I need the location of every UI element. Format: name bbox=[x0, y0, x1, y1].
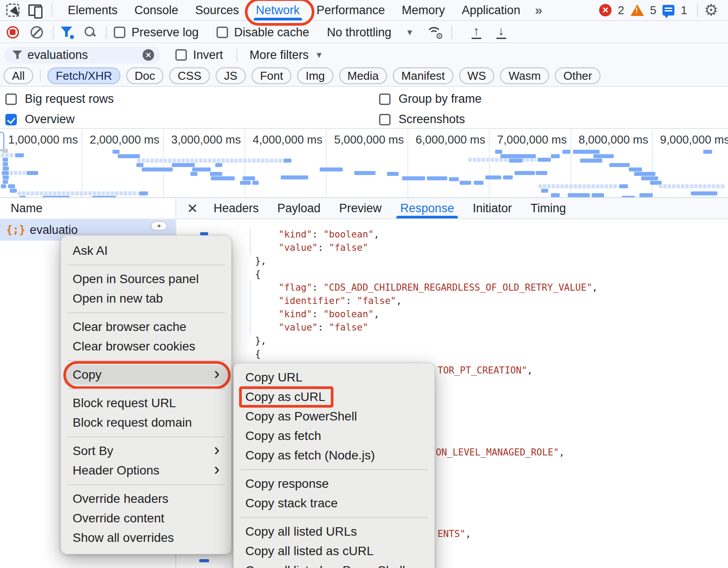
timeline-gridline bbox=[489, 130, 490, 197]
menu-item-open-in-new-tab[interactable]: Open in new tab bbox=[61, 289, 231, 308]
overview-range-handle[interactable] bbox=[0, 132, 4, 151]
tab-memory[interactable]: Memory bbox=[393, 0, 453, 20]
preserve-log-checkbox[interactable] bbox=[114, 27, 125, 38]
waterfall-bar bbox=[495, 150, 502, 154]
menu-item-override-headers[interactable]: Override headers bbox=[61, 489, 231, 509]
menu-item-clear-browser-cache[interactable]: Clear browser cache bbox=[61, 317, 231, 337]
inspect-element-icon[interactable] bbox=[6, 4, 19, 17]
screenshots-checkbox[interactable] bbox=[379, 114, 391, 125]
message-badge-icon[interactable] bbox=[662, 5, 674, 16]
device-toolbar-icon[interactable] bbox=[28, 4, 43, 17]
waterfall-bar bbox=[190, 172, 197, 176]
chip-font[interactable]: Font bbox=[252, 67, 291, 84]
overview-checkbox[interactable] bbox=[5, 114, 17, 125]
detail-tab-response[interactable]: Response bbox=[391, 198, 464, 218]
tab-performance[interactable]: Performance bbox=[308, 0, 394, 20]
menu-item-copy-stack-trace[interactable]: Copy stack trace bbox=[234, 494, 434, 513]
menu-item-copy-all-listed-as-curl[interactable]: Copy all listed as cURL bbox=[234, 541, 434, 561]
chip-media[interactable]: Media bbox=[339, 67, 387, 84]
detail-tab-initiator[interactable]: Initiator bbox=[463, 198, 521, 218]
menu-item-override-content[interactable]: Override content bbox=[61, 509, 231, 528]
chip-manifest[interactable]: Manifest bbox=[393, 67, 453, 84]
tab-sources[interactable]: Sources bbox=[187, 0, 248, 20]
menu-item-copy-as-curl[interactable]: Copy as cURL bbox=[234, 387, 434, 407]
more-filters-button[interactable]: More filters bbox=[250, 48, 309, 62]
detail-tab-headers[interactable]: Headers bbox=[204, 198, 268, 218]
big-request-rows-checkbox[interactable] bbox=[5, 93, 17, 105]
invert-checkbox[interactable] bbox=[175, 49, 187, 61]
menu-item-copy-as-fetch[interactable]: Copy as fetch bbox=[234, 426, 434, 446]
chip-other[interactable]: Other bbox=[555, 67, 600, 84]
more-tabs-icon[interactable]: » bbox=[529, 3, 548, 18]
network-overview-timeline[interactable]: 1,000,000 ms2,000,000 ms3,000,000 ms4,00… bbox=[0, 130, 728, 198]
detail-tab-payload[interactable]: Payload bbox=[268, 198, 330, 218]
error-badge-icon[interactable]: ✕ bbox=[599, 4, 612, 16]
menu-item-copy-response[interactable]: Copy response bbox=[234, 474, 434, 494]
menu-item-header-options[interactable]: Header Options› bbox=[61, 461, 231, 480]
menu-item-show-all-overrides[interactable]: Show all overrides bbox=[61, 528, 231, 548]
code-fold-marker[interactable] bbox=[200, 232, 208, 235]
menu-item-clear-browser-cookies[interactable]: Clear browser cookies bbox=[61, 337, 231, 356]
menu-item-open-in-sources-panel[interactable]: Open in Sources panel bbox=[61, 269, 231, 289]
waterfall-bar bbox=[691, 191, 717, 195]
network-options: Big request rows Group by frame Overview… bbox=[0, 88, 728, 129]
chip-all[interactable]: All bbox=[4, 67, 33, 84]
network-conditions-icon[interactable]: ⚙ bbox=[426, 26, 441, 39]
tab-application[interactable]: Application bbox=[453, 0, 529, 20]
disable-cache-checkbox[interactable] bbox=[217, 27, 228, 38]
menu-item-copy-all-listed-urls[interactable]: Copy all listed URLs bbox=[234, 522, 434, 541]
chip-img[interactable]: Img bbox=[297, 67, 333, 84]
menu-item-block-request-url[interactable]: Block request URL bbox=[61, 393, 231, 413]
chip-ws[interactable]: WS bbox=[459, 67, 495, 84]
chip-js[interactable]: JS bbox=[216, 67, 246, 84]
menu-item-copy-as-fetch-node-js[interactable]: Copy as fetch (Node.js) bbox=[234, 446, 434, 465]
row-action-badge[interactable]: ✦ bbox=[151, 221, 167, 231]
menu-item-copy[interactable]: Copy› bbox=[64, 365, 228, 385]
divider bbox=[106, 26, 107, 39]
menu-item-copy-as-powershell[interactable]: Copy as PowerShell bbox=[234, 407, 434, 426]
group-by-frame-checkbox[interactable] bbox=[379, 93, 391, 105]
menu-item-copy-all-listed-as-powershell[interactable]: Copy all listed as PowerShell bbox=[234, 561, 434, 568]
menu-item-block-request-domain[interactable]: Block request domain bbox=[61, 413, 231, 432]
tab-network[interactable]: Network bbox=[248, 0, 308, 20]
network-toolbar: Preserve log Disable cache No throttling… bbox=[0, 22, 728, 43]
filter-input[interactable] bbox=[27, 48, 143, 62]
chip-wasm[interactable]: Wasm bbox=[500, 67, 549, 84]
waterfall-bar bbox=[118, 154, 140, 158]
close-detail-icon[interactable]: ✕ bbox=[176, 201, 204, 216]
detail-tab-preview[interactable]: Preview bbox=[330, 198, 391, 218]
timeline-tick-label: 7,000,000 ms bbox=[497, 133, 567, 147]
submenu-chevron-icon: › bbox=[214, 461, 220, 478]
warning-badge-icon[interactable] bbox=[631, 4, 644, 16]
chip-doc[interactable]: Doc bbox=[126, 67, 163, 84]
response-code-line: "kind": "boolean", bbox=[176, 307, 728, 321]
throttling-caret-icon[interactable]: ▾ bbox=[407, 27, 412, 38]
search-icon[interactable] bbox=[85, 27, 96, 38]
waterfall-bar bbox=[469, 158, 536, 162]
menu-item-sort-by[interactable]: Sort By› bbox=[61, 441, 231, 461]
chip-fetch-xhr[interactable]: Fetch/XHR bbox=[47, 67, 120, 84]
chip-css[interactable]: CSS bbox=[169, 67, 209, 84]
filter-field[interactable]: ✕ bbox=[4, 47, 160, 63]
filter-icon[interactable] bbox=[61, 27, 73, 38]
json-file-icon: {;} bbox=[6, 224, 25, 236]
import-har-icon[interactable] bbox=[471, 26, 483, 39]
menu-item-ask-ai[interactable]: Ask AI bbox=[61, 241, 231, 261]
clear-network-log-icon[interactable] bbox=[31, 26, 43, 39]
name-column-header[interactable]: Name bbox=[0, 198, 175, 219]
more-filters-caret-icon[interactable]: ▾ bbox=[317, 49, 321, 61]
menu-item-copy-url[interactable]: Copy URL bbox=[234, 368, 434, 387]
waterfall-bar bbox=[538, 184, 618, 188]
clear-filter-icon[interactable]: ✕ bbox=[143, 49, 154, 61]
record-network-log-icon[interactable] bbox=[7, 26, 19, 39]
timeline-tick-label: 2,000,000 ms bbox=[89, 133, 159, 147]
timeline-tick-label: 1,000,000 ms bbox=[8, 133, 78, 147]
tab-console[interactable]: Console bbox=[126, 0, 187, 20]
waterfall-bar bbox=[10, 189, 17, 193]
throttling-select[interactable]: No throttling bbox=[327, 26, 391, 39]
code-fold-marker[interactable] bbox=[199, 559, 209, 562]
detail-tab-timing[interactable]: Timing bbox=[521, 198, 575, 218]
tab-elements[interactable]: Elements bbox=[59, 0, 126, 20]
export-har-icon[interactable] bbox=[496, 26, 508, 39]
settings-gear-icon[interactable]: ⚙ bbox=[704, 2, 718, 18]
